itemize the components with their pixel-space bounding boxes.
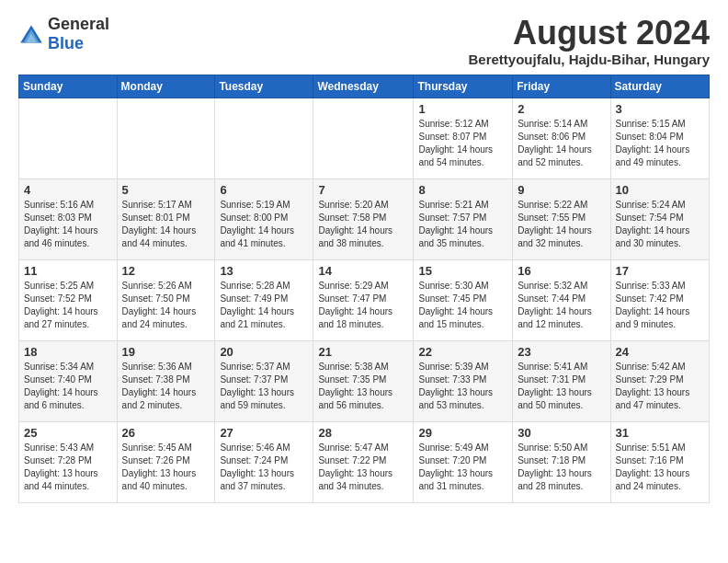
calendar-cell: 24Sunrise: 5:42 AM Sunset: 7:29 PM Dayli… [610,340,709,421]
calendar-cell: 20Sunrise: 5:37 AM Sunset: 7:37 PM Dayli… [215,340,313,421]
calendar-cell: 8Sunrise: 5:21 AM Sunset: 7:57 PM Daylig… [414,178,513,259]
calendar-cell: 9Sunrise: 5:22 AM Sunset: 7:55 PM Daylig… [513,178,610,259]
calendar-cell: 3Sunrise: 5:15 AM Sunset: 8:04 PM Daylig… [610,98,709,178]
calendar-cell: 21Sunrise: 5:38 AM Sunset: 7:35 PM Dayli… [313,340,414,421]
calendar-cell: 27Sunrise: 5:46 AM Sunset: 7:24 PM Dayli… [215,421,313,502]
cell-detail: Sunrise: 5:51 AM Sunset: 7:16 PM Dayligh… [616,442,704,493]
calendar-header: SundayMondayTuesdayWednesdayThursdayFrid… [19,75,710,98]
logo-text: General Blue [48,15,109,53]
logo: General Blue [18,15,109,53]
day-number: 31 [616,426,704,440]
cell-detail: Sunrise: 5:33 AM Sunset: 7:42 PM Dayligh… [616,280,704,331]
day-number: 29 [418,426,507,440]
calendar-cell: 31Sunrise: 5:51 AM Sunset: 7:16 PM Dayli… [610,421,709,502]
calendar-cell [117,98,215,178]
day-number: 23 [518,345,605,359]
day-number: 2 [518,102,605,116]
weekday-header-row: SundayMondayTuesdayWednesdayThursdayFrid… [19,75,710,98]
calendar-body: 1Sunrise: 5:12 AM Sunset: 8:07 PM Daylig… [19,98,710,502]
calendar-week-row: 4Sunrise: 5:16 AM Sunset: 8:03 PM Daylig… [19,178,710,259]
calendar-cell: 22Sunrise: 5:39 AM Sunset: 7:33 PM Dayli… [414,340,513,421]
logo-icon [18,24,44,44]
cell-detail: Sunrise: 5:39 AM Sunset: 7:33 PM Dayligh… [418,361,507,412]
calendar-cell: 1Sunrise: 5:12 AM Sunset: 8:07 PM Daylig… [414,98,513,178]
day-number: 17 [616,264,704,278]
calendar-week-row: 11Sunrise: 5:25 AM Sunset: 7:52 PM Dayli… [19,259,710,340]
day-number: 26 [122,426,210,440]
weekday-header-wednesday: Wednesday [313,75,414,98]
cell-detail: Sunrise: 5:24 AM Sunset: 7:54 PM Dayligh… [616,199,704,250]
calendar-cell: 4Sunrise: 5:16 AM Sunset: 8:03 PM Daylig… [19,178,118,259]
calendar-cell: 18Sunrise: 5:34 AM Sunset: 7:40 PM Dayli… [19,340,118,421]
day-number: 9 [518,183,605,197]
weekday-header-tuesday: Tuesday [215,75,313,98]
day-number: 16 [518,264,605,278]
calendar-cell [215,98,313,178]
cell-detail: Sunrise: 5:43 AM Sunset: 7:28 PM Dayligh… [24,442,112,493]
calendar-cell: 5Sunrise: 5:17 AM Sunset: 8:01 PM Daylig… [117,178,215,259]
day-number: 15 [418,264,507,278]
cell-detail: Sunrise: 5:41 AM Sunset: 7:31 PM Dayligh… [518,361,605,412]
cell-detail: Sunrise: 5:46 AM Sunset: 7:24 PM Dayligh… [220,442,308,493]
cell-detail: Sunrise: 5:21 AM Sunset: 7:57 PM Dayligh… [418,199,507,250]
day-number: 10 [616,183,704,197]
cell-detail: Sunrise: 5:17 AM Sunset: 8:01 PM Dayligh… [122,199,210,250]
day-number: 8 [418,183,507,197]
cell-detail: Sunrise: 5:50 AM Sunset: 7:18 PM Dayligh… [518,442,605,493]
cell-detail: Sunrise: 5:12 AM Sunset: 8:07 PM Dayligh… [418,118,507,169]
cell-detail: Sunrise: 5:49 AM Sunset: 7:20 PM Dayligh… [418,442,507,493]
calendar-cell: 26Sunrise: 5:45 AM Sunset: 7:26 PM Dayli… [117,421,215,502]
weekday-header-sunday: Sunday [19,75,118,98]
day-number: 24 [616,345,704,359]
day-number: 14 [318,264,408,278]
cell-detail: Sunrise: 5:16 AM Sunset: 8:03 PM Dayligh… [24,199,112,250]
day-number: 7 [318,183,408,197]
calendar-cell: 7Sunrise: 5:20 AM Sunset: 7:58 PM Daylig… [313,178,414,259]
cell-detail: Sunrise: 5:30 AM Sunset: 7:45 PM Dayligh… [418,280,507,331]
calendar-cell: 28Sunrise: 5:47 AM Sunset: 7:22 PM Dayli… [313,421,414,502]
calendar-cell [19,98,118,178]
calendar-week-row: 1Sunrise: 5:12 AM Sunset: 8:07 PM Daylig… [19,98,710,178]
weekday-header-monday: Monday [117,75,215,98]
day-number: 27 [220,426,308,440]
day-number: 22 [418,345,507,359]
cell-detail: Sunrise: 5:42 AM Sunset: 7:29 PM Dayligh… [616,361,704,412]
weekday-header-thursday: Thursday [414,75,513,98]
day-number: 19 [122,345,210,359]
calendar-cell: 25Sunrise: 5:43 AM Sunset: 7:28 PM Dayli… [19,421,118,502]
day-number: 5 [122,183,210,197]
month-year-title: August 2024 [468,15,710,52]
calendar-cell [313,98,414,178]
day-number: 12 [122,264,210,278]
day-number: 30 [518,426,605,440]
cell-detail: Sunrise: 5:37 AM Sunset: 7:37 PM Dayligh… [220,361,308,412]
calendar-cell: 12Sunrise: 5:26 AM Sunset: 7:50 PM Dayli… [117,259,215,340]
cell-detail: Sunrise: 5:45 AM Sunset: 7:26 PM Dayligh… [122,442,210,493]
calendar-cell: 14Sunrise: 5:29 AM Sunset: 7:47 PM Dayli… [313,259,414,340]
cell-detail: Sunrise: 5:25 AM Sunset: 7:52 PM Dayligh… [24,280,112,331]
calendar-cell: 23Sunrise: 5:41 AM Sunset: 7:31 PM Dayli… [513,340,610,421]
calendar-cell: 11Sunrise: 5:25 AM Sunset: 7:52 PM Dayli… [19,259,118,340]
cell-detail: Sunrise: 5:20 AM Sunset: 7:58 PM Dayligh… [318,199,408,250]
title-block: August 2024 Berettyoujfalu, Hajdu-Bihar,… [468,15,710,67]
calendar-cell: 30Sunrise: 5:50 AM Sunset: 7:18 PM Dayli… [513,421,610,502]
calendar-cell: 19Sunrise: 5:36 AM Sunset: 7:38 PM Dayli… [117,340,215,421]
cell-detail: Sunrise: 5:15 AM Sunset: 8:04 PM Dayligh… [616,118,704,169]
calendar-cell: 2Sunrise: 5:14 AM Sunset: 8:06 PM Daylig… [513,98,610,178]
cell-detail: Sunrise: 5:29 AM Sunset: 7:47 PM Dayligh… [318,280,408,331]
calendar-cell: 15Sunrise: 5:30 AM Sunset: 7:45 PM Dayli… [414,259,513,340]
calendar-week-row: 25Sunrise: 5:43 AM Sunset: 7:28 PM Dayli… [19,421,710,502]
day-number: 20 [220,345,308,359]
calendar-cell: 29Sunrise: 5:49 AM Sunset: 7:20 PM Dayli… [414,421,513,502]
calendar-cell: 17Sunrise: 5:33 AM Sunset: 7:42 PM Dayli… [610,259,709,340]
cell-detail: Sunrise: 5:19 AM Sunset: 8:00 PM Dayligh… [220,199,308,250]
day-number: 18 [24,345,112,359]
cell-detail: Sunrise: 5:32 AM Sunset: 7:44 PM Dayligh… [518,280,605,331]
day-number: 28 [318,426,408,440]
day-number: 21 [318,345,408,359]
cell-detail: Sunrise: 5:47 AM Sunset: 7:22 PM Dayligh… [318,442,408,493]
calendar-cell: 10Sunrise: 5:24 AM Sunset: 7:54 PM Dayli… [610,178,709,259]
cell-detail: Sunrise: 5:36 AM Sunset: 7:38 PM Dayligh… [122,361,210,412]
calendar-table: SundayMondayTuesdayWednesdayThursdayFrid… [18,75,710,503]
day-number: 4 [24,183,112,197]
